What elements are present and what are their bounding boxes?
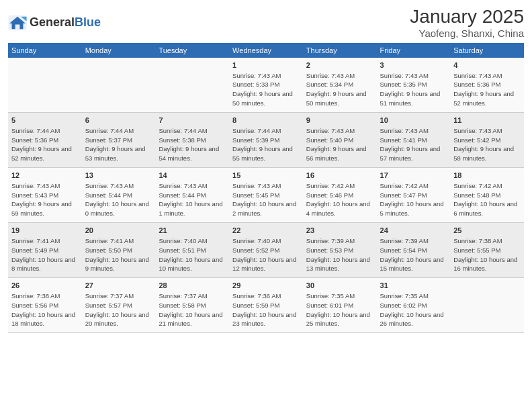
sunrise-text: Sunrise: 7:41 AM	[11, 237, 60, 244]
sunrise-text: Sunrise: 7:44 AM	[232, 127, 281, 134]
sunset-text: Sunset: 5:39 PM	[232, 136, 279, 144]
day-number: 13	[85, 171, 152, 181]
page-container: GeneralBlue January 2025 Yaofeng, Shanxi…	[0, 0, 532, 411]
page-header: GeneralBlue January 2025 Yaofeng, Shanxi…	[8, 7, 524, 39]
calendar-cell: 15Sunrise: 7:43 AMSunset: 5:45 PMDayligh…	[229, 167, 303, 222]
daylight-text: Daylight: 10 hours and 26 minutes.	[380, 311, 444, 328]
day-number: 9	[306, 116, 373, 126]
daylight-text: Daylight: 9 hours and 56 minutes.	[306, 145, 367, 162]
day-number: 25	[453, 226, 521, 236]
calendar-cell: 9Sunrise: 7:43 AMSunset: 5:40 PMDaylight…	[303, 112, 377, 167]
daylight-text: Daylight: 9 hours and 58 minutes.	[453, 145, 514, 162]
daylight-text: Daylight: 9 hours and 50 minutes.	[306, 90, 367, 107]
sunset-text: Sunset: 5:57 PM	[85, 302, 132, 309]
logo-general: General	[30, 15, 75, 29]
day-number: 8	[232, 116, 300, 126]
sunrise-text: Sunrise: 7:42 AM	[380, 182, 429, 189]
day-number: 21	[159, 226, 226, 236]
sunrise-text: Sunrise: 7:43 AM	[232, 72, 281, 79]
calendar-cell: 19Sunrise: 7:41 AMSunset: 5:49 PMDayligh…	[8, 223, 82, 278]
weekday-header: Tuesday	[155, 43, 229, 58]
daylight-text: Daylight: 10 hours and 16 minutes.	[453, 256, 517, 273]
calendar-cell: 16Sunrise: 7:42 AMSunset: 5:46 PMDayligh…	[303, 167, 377, 222]
calendar-cell: 28Sunrise: 7:37 AMSunset: 5:58 PMDayligh…	[155, 278, 229, 333]
daylight-text: Daylight: 10 hours and 6 minutes.	[453, 200, 517, 217]
day-number: 29	[232, 281, 300, 291]
day-number: 6	[85, 116, 152, 126]
sunset-text: Sunset: 6:01 PM	[306, 302, 353, 309]
sunset-text: Sunset: 5:37 PM	[85, 136, 132, 144]
sunset-text: Sunset: 5:54 PM	[380, 246, 427, 254]
calendar-week-row: 1Sunrise: 7:43 AMSunset: 5:33 PMDaylight…	[8, 58, 524, 113]
day-number: 26	[11, 281, 79, 291]
generalblue-logo-icon	[8, 15, 27, 30]
sunset-text: Sunset: 5:51 PM	[159, 246, 206, 254]
sunset-text: Sunset: 5:43 PM	[11, 191, 58, 199]
day-number: 18	[453, 171, 521, 181]
day-number: 17	[380, 171, 447, 181]
calendar-subtitle: Yaofeng, Shanxi, China	[410, 28, 524, 39]
calendar-week-row: 26Sunrise: 7:38 AMSunset: 5:56 PMDayligh…	[8, 278, 524, 333]
sunset-text: Sunset: 5:44 PM	[85, 191, 132, 199]
sunrise-text: Sunrise: 7:36 AM	[232, 292, 281, 300]
daylight-text: Daylight: 9 hours and 51 minutes.	[380, 90, 441, 107]
calendar-cell	[8, 58, 82, 113]
sunrise-text: Sunrise: 7:43 AM	[85, 182, 134, 189]
day-number: 30	[306, 281, 373, 291]
daylight-text: Daylight: 10 hours and 18 minutes.	[11, 311, 75, 328]
sunrise-text: Sunrise: 7:43 AM	[11, 182, 60, 189]
sunset-text: Sunset: 5:36 PM	[453, 81, 500, 88]
daylight-text: Daylight: 9 hours and 50 minutes.	[232, 90, 293, 107]
calendar-cell: 12Sunrise: 7:43 AMSunset: 5:43 PMDayligh…	[8, 167, 82, 222]
daylight-text: Daylight: 10 hours and 12 minutes.	[232, 256, 296, 273]
calendar-cell: 14Sunrise: 7:43 AMSunset: 5:44 PMDayligh…	[155, 167, 229, 222]
daylight-text: Daylight: 10 hours and 9 minutes.	[85, 256, 149, 273]
sunrise-text: Sunrise: 7:43 AM	[453, 72, 502, 79]
calendar-cell: 18Sunrise: 7:42 AMSunset: 5:48 PMDayligh…	[450, 167, 524, 222]
weekday-header: Friday	[377, 43, 451, 58]
day-number: 5	[11, 116, 79, 126]
sunrise-text: Sunrise: 7:38 AM	[453, 237, 502, 244]
calendar-cell: 21Sunrise: 7:40 AMSunset: 5:51 PMDayligh…	[155, 223, 229, 278]
sunset-text: Sunset: 5:44 PM	[159, 191, 206, 199]
calendar-cell: 7Sunrise: 7:44 AMSunset: 5:38 PMDaylight…	[155, 112, 229, 167]
sunrise-text: Sunrise: 7:43 AM	[232, 182, 281, 189]
day-number: 15	[232, 171, 300, 181]
sunset-text: Sunset: 5:40 PM	[306, 136, 353, 144]
calendar-cell: 8Sunrise: 7:44 AMSunset: 5:39 PMDaylight…	[229, 112, 303, 167]
sunset-text: Sunset: 5:36 PM	[11, 136, 58, 144]
sunrise-text: Sunrise: 7:35 AM	[306, 292, 355, 300]
sunrise-text: Sunrise: 7:43 AM	[453, 127, 502, 134]
sunrise-text: Sunrise: 7:42 AM	[453, 182, 502, 189]
calendar-cell: 2Sunrise: 7:43 AMSunset: 5:34 PMDaylight…	[303, 58, 377, 113]
day-number: 1	[232, 60, 300, 71]
weekday-header: Thursday	[303, 43, 377, 58]
sunrise-text: Sunrise: 7:44 AM	[11, 127, 60, 134]
weekday-header: Monday	[82, 43, 156, 58]
calendar-cell: 5Sunrise: 7:44 AMSunset: 5:36 PMDaylight…	[8, 112, 82, 167]
daylight-text: Daylight: 10 hours and 2 minutes.	[232, 200, 296, 217]
daylight-text: Daylight: 10 hours and 13 minutes.	[306, 256, 370, 273]
daylight-text: Daylight: 10 hours and 25 minutes.	[306, 311, 370, 328]
sunrise-text: Sunrise: 7:40 AM	[232, 237, 281, 244]
calendar-cell	[155, 58, 229, 113]
sunset-text: Sunset: 5:38 PM	[159, 136, 206, 144]
daylight-text: Daylight: 10 hours and 23 minutes.	[232, 311, 296, 328]
day-number: 22	[232, 226, 300, 236]
logo-text: GeneralBlue	[30, 15, 101, 30]
calendar-cell: 29Sunrise: 7:36 AMSunset: 5:59 PMDayligh…	[229, 278, 303, 333]
day-number: 19	[11, 226, 79, 236]
sunset-text: Sunset: 6:02 PM	[380, 302, 427, 309]
sunrise-text: Sunrise: 7:38 AM	[11, 292, 60, 300]
sunset-text: Sunset: 5:35 PM	[380, 81, 427, 88]
day-number: 14	[159, 171, 226, 181]
sunrise-text: Sunrise: 7:41 AM	[85, 237, 134, 244]
daylight-text: Daylight: 9 hours and 53 minutes.	[85, 145, 146, 162]
sunset-text: Sunset: 5:58 PM	[159, 302, 206, 309]
sunset-text: Sunset: 5:56 PM	[11, 302, 58, 309]
calendar-cell: 6Sunrise: 7:44 AMSunset: 5:37 PMDaylight…	[82, 112, 156, 167]
sunrise-text: Sunrise: 7:37 AM	[85, 292, 134, 300]
calendar-week-row: 19Sunrise: 7:41 AMSunset: 5:49 PMDayligh…	[8, 223, 524, 278]
calendar-cell: 24Sunrise: 7:39 AMSunset: 5:54 PMDayligh…	[377, 223, 451, 278]
sunset-text: Sunset: 5:48 PM	[453, 191, 500, 199]
